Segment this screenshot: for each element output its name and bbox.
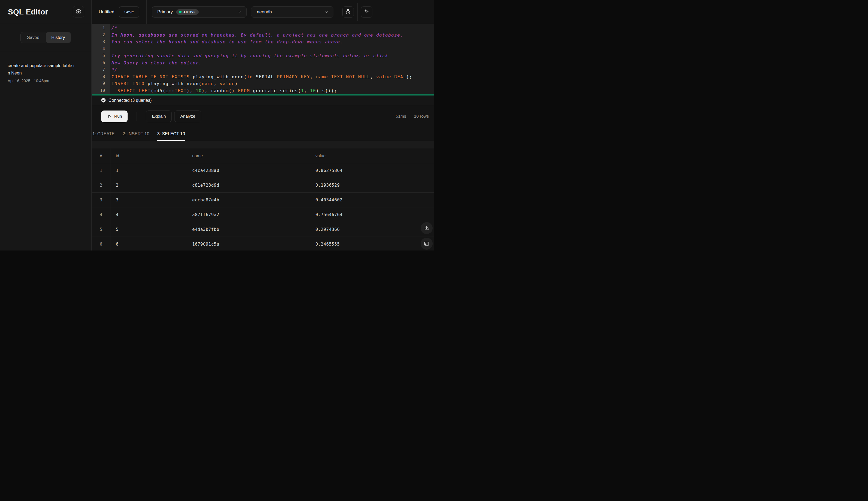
history-list: create and populate sample table in Neon… — [0, 51, 91, 83]
code-token: value REAL — [376, 74, 406, 79]
download-results-button[interactable] — [421, 222, 433, 234]
line-number: 3 — [92, 39, 105, 45]
table-row[interactable]: 11c4ca4238a00.86275864 — [92, 163, 434, 178]
table-row[interactable]: 55e4da3b7fbb0.2974366 — [92, 222, 434, 237]
table-cell: 0.1936529 — [310, 183, 434, 188]
table-row[interactable]: 33eccbc87e4b0.40344602 — [92, 193, 434, 207]
table-row[interactable]: 22c81e728d9d0.1936529 — [92, 178, 434, 193]
code-token: SELECT LEFT — [118, 88, 151, 93]
history-item-date: Apr 16, 2025 - 10:46pm — [8, 78, 91, 83]
table-cell: 3 — [110, 198, 186, 202]
branch-status-badge: ACTIVE — [176, 9, 199, 15]
sql-code-editor[interactable]: 12345678910 /*In Neon, databases are sto… — [92, 24, 434, 94]
code-token: ), — [187, 88, 196, 93]
table-row[interactable]: 661679091c5a0.2465555 — [92, 237, 434, 250]
history-item-title: create and populate sample table in Neon — [8, 62, 76, 77]
code-token: (md5(i:: — [151, 88, 175, 93]
run-label: Run — [114, 114, 122, 119]
editor-line — [111, 45, 434, 53]
table-cell: 1 — [110, 168, 186, 173]
table-cell: 6 — [110, 242, 186, 247]
line-number: 5 — [92, 52, 105, 60]
code-token — [111, 88, 118, 93]
active-dot-icon — [179, 11, 182, 13]
run-button[interactable]: Run — [101, 110, 128, 122]
code-token: ), random() — [202, 88, 238, 93]
table-cell: 0.2465555 — [310, 242, 434, 247]
line-number-gutter: 12345678910 — [92, 24, 110, 94]
code-token: Try generating sample data and querying … — [111, 53, 388, 58]
row-count: 10 rows — [414, 114, 429, 119]
expand-results-button[interactable] — [421, 238, 433, 250]
result-tab-1[interactable]: 1: CREATE — [92, 127, 115, 141]
history-item[interactable]: create and populate sample table in Neon… — [8, 62, 91, 83]
table-cell: eccbc87e4b — [186, 198, 310, 202]
code-token: 1 — [301, 88, 304, 93]
sparkles-icon — [363, 9, 370, 15]
table-cell: 0.75646764 — [310, 212, 434, 217]
result-tab-2[interactable]: 2: INSERT 10 — [123, 127, 150, 141]
sidebar-tab-history[interactable]: History — [46, 32, 71, 43]
main-panel: Untitled Save Primary ACTIVE neondb — [92, 0, 434, 250]
line-number: 2 — [92, 32, 105, 39]
code-token: id — [247, 74, 253, 79]
play-icon — [107, 114, 112, 119]
results-panel: #idnamevalue 11c4ca4238a00.8627586422c81… — [92, 141, 434, 250]
branch-status-label: ACTIVE — [184, 10, 196, 14]
table-cell: 0.40344602 — [310, 198, 434, 202]
table-row[interactable]: 44a87ff679a20.75646764 — [92, 207, 434, 222]
branch-select[interactable]: Primary ACTIVE — [152, 6, 247, 18]
code-token: value — [220, 81, 235, 86]
table-cell: 4 — [110, 212, 186, 217]
code-token: ); — [406, 74, 412, 79]
analyze-button[interactable]: Analyze — [174, 110, 201, 122]
line-number: 8 — [92, 73, 105, 81]
code-token: 10 — [310, 88, 316, 93]
new-query-button[interactable] — [73, 6, 84, 18]
actions-toolbar: Run Explain Analyze 51ms 10 rows — [92, 105, 434, 127]
sidebar: SQL Editor SavedHistory create and popul… — [0, 0, 91, 250]
results-table: #idnamevalue 11c4ca4238a00.8627586422c81… — [92, 148, 434, 250]
column-header-id: id — [110, 153, 186, 158]
sql-editor-app: SQL Editor SavedHistory create and popul… — [0, 0, 434, 250]
code-token: generate_series( — [250, 88, 301, 93]
plus-circle-icon — [75, 9, 82, 15]
explain-button[interactable]: Explain — [146, 110, 172, 122]
database-select[interactable]: neondb — [251, 6, 333, 18]
fullscreen-icon — [424, 241, 430, 247]
editor-line: New Query to clear the editor. — [111, 60, 434, 66]
table-cell: 0.2974366 — [310, 227, 434, 232]
code-token: , — [370, 74, 376, 79]
download-icon — [424, 225, 430, 231]
code-area[interactable]: /*In Neon, databases are stored on branc… — [110, 24, 434, 94]
code-token: name TEXT NOT NULL — [316, 74, 370, 79]
query-history-button[interactable] — [342, 6, 354, 18]
editor-line: */ — [111, 66, 434, 73]
result-tab-3[interactable]: 3: SELECT 10 — [157, 127, 185, 141]
stopwatch-icon — [345, 9, 351, 15]
code-token: , — [304, 88, 310, 93]
row-number-cell: 4 — [92, 212, 110, 217]
row-number-cell: 2 — [92, 183, 110, 188]
column-header-num: # — [92, 153, 110, 158]
code-token: In Neon, databases are stored on branche… — [111, 32, 403, 38]
actions-divider — [136, 112, 137, 121]
table-cell: a87ff679a2 — [186, 212, 310, 217]
code-token: TEXT — [175, 88, 187, 93]
editor-line: /* — [111, 24, 434, 32]
sidebar-tab-saved[interactable]: Saved — [21, 32, 46, 43]
query-duration: 51ms — [396, 114, 406, 119]
chevron-down-icon — [238, 10, 242, 14]
line-number: 10 — [92, 87, 105, 94]
save-button[interactable]: Save — [119, 6, 139, 18]
code-token: INSERT INTO — [111, 81, 144, 86]
table-cell: c81e728d9d — [186, 183, 310, 188]
column-header-value: value — [310, 153, 434, 158]
saved-history-toggle: SavedHistory — [20, 32, 71, 43]
table-cell: 2 — [110, 183, 186, 188]
ai-assist-button[interactable] — [361, 6, 372, 18]
code-token: PRIMARY KEY — [277, 74, 310, 79]
row-number-cell: 6 — [92, 242, 110, 247]
code-token: ) s(i); — [316, 88, 337, 93]
column-header-name: name — [186, 153, 310, 158]
